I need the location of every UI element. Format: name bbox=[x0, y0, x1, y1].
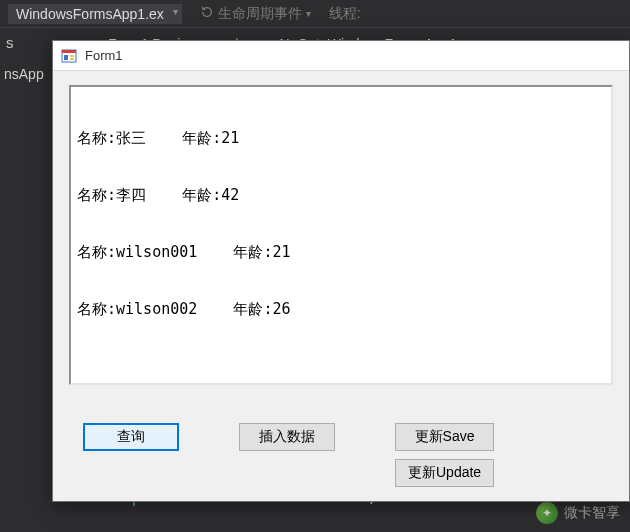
list-item[interactable]: 名称:张三 年龄:21 bbox=[77, 129, 605, 148]
list-item[interactable]: 名称:wilson002 年龄:26 bbox=[77, 300, 605, 319]
left-panel-fragment: nsApp bbox=[0, 60, 52, 88]
list-item[interactable]: 名称:李四 年龄:42 bbox=[77, 186, 605, 205]
update-button-group: 更新Save 更新Update bbox=[395, 423, 494, 487]
window-title: Form1 bbox=[85, 48, 123, 63]
svg-rect-2 bbox=[64, 55, 68, 60]
watermark: ✦ 微卡智享 bbox=[536, 502, 620, 524]
wechat-icon: ✦ bbox=[536, 502, 558, 524]
query-button[interactable]: 查询 bbox=[83, 423, 179, 451]
insert-button[interactable]: 插入数据 bbox=[239, 423, 335, 451]
vs-debug-toolbar: WindowsFormsApp1.ex 生命周期事件 ▾ 线程: bbox=[0, 0, 630, 28]
lifecycle-label: 生命周期事件 bbox=[218, 5, 302, 23]
results-listbox[interactable]: 名称:张三 年龄:21 名称:李四 年龄:42 名称:wilson001 年龄:… bbox=[69, 85, 613, 385]
app-icon bbox=[61, 48, 77, 64]
list-item[interactable]: 名称:wilson001 年龄:21 bbox=[77, 243, 605, 262]
refresh-icon bbox=[200, 5, 214, 22]
process-combo[interactable]: WindowsFormsApp1.ex bbox=[8, 4, 182, 24]
svg-rect-4 bbox=[70, 58, 74, 60]
update-update-button[interactable]: 更新Update bbox=[395, 459, 494, 487]
watermark-text: 微卡智享 bbox=[564, 504, 620, 522]
button-row: 查询 插入数据 更新Save 更新Update bbox=[69, 423, 613, 487]
chevron-down-icon: ▾ bbox=[306, 8, 311, 19]
update-save-button[interactable]: 更新Save bbox=[395, 423, 494, 451]
client-area: 名称:张三 年龄:21 名称:李四 年龄:42 名称:wilson001 年龄:… bbox=[53, 71, 629, 501]
titlebar[interactable]: Form1 bbox=[53, 41, 629, 71]
side-char: s bbox=[6, 34, 14, 51]
threads-combo[interactable]: 线程: bbox=[329, 5, 361, 23]
svg-rect-1 bbox=[62, 50, 76, 53]
svg-rect-3 bbox=[70, 55, 74, 57]
lifecycle-events[interactable]: 生命周期事件 ▾ bbox=[200, 5, 311, 23]
form1-window: Form1 名称:张三 年龄:21 名称:李四 年龄:42 名称:wilson0… bbox=[52, 40, 630, 502]
